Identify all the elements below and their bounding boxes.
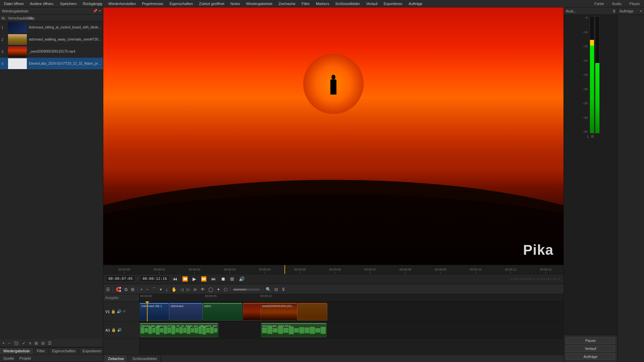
track-audio-icon[interactable]: 🔊 — [117, 309, 121, 314]
menu-zeitachse[interactable]: Zeichache — [276, 1, 298, 6]
media-row[interactable]: 1 Astronaut_sitting_at_control_board_wit… — [0, 21, 103, 34]
video-clip-5[interactable]: seed2009005309120175.mp4 — [260, 303, 297, 320]
tl-eye-btn[interactable]: 👁 — [199, 286, 206, 293]
track-label-v1: V1 🔒 🔊 👁 — [103, 302, 139, 322]
tl-hex-btn[interactable]: ⬡ — [222, 286, 229, 293]
tl-zoom-fill — [233, 289, 247, 291]
goto-start-btn[interactable]: ⏮ — [171, 276, 179, 282]
menu-wiederherstellen[interactable]: Wiederherstellen — [106, 1, 139, 6]
menu-ruckgangig[interactable]: Rückgängig — [80, 1, 105, 6]
ruler-tick-8: 00:00:08 — [388, 268, 423, 274]
audio-clip-1[interactable]: ElevenLabs_2024-03-07T20_22_32_Adam_pre_… — [140, 323, 218, 337]
ltab-exportieren[interactable]: Exportieren — [79, 348, 105, 354]
tl-remove-btn[interactable]: − — [145, 286, 150, 293]
menu-markers[interactable]: Markers — [313, 1, 332, 6]
video-clip-2[interactable]: astronaut — [169, 303, 203, 320]
clip-btn[interactable]: ⬛ — [13, 341, 20, 346]
tab-player[interactable]: Player — [627, 1, 643, 6]
tl-magnet-btn[interactable]: 🧲 — [114, 286, 122, 293]
left-panel: Wiedergabeliste 📌 × Nr. Vorschaubilder C… — [0, 7, 103, 362]
menu-speichern[interactable]: Speichern — [57, 1, 79, 6]
tl-zoom-out-btn[interactable]: 🔍 — [264, 286, 272, 293]
btab-schlusselbilder[interactable]: Schlüsselbilder — [129, 355, 161, 362]
add-media-btn[interactable]: + — [1, 341, 6, 346]
tl-circle-btn[interactable]: ◯ — [207, 286, 215, 293]
left-panel-tabs: Wiedergabeliste Filter Eigenschaften Exp… — [0, 347, 103, 355]
media-row[interactable]: 2 astronaut_walking_away_cinematic_seed4… — [0, 34, 103, 46]
track-icons-v1: 🔒 🔊 👁 — [111, 309, 126, 314]
verlauf-btn[interactable]: Verlauf — [566, 345, 615, 352]
panel-close-btn[interactable]: × — [99, 9, 101, 13]
step-back-btn[interactable]: ⏪ — [181, 276, 189, 282]
detail-btn[interactable]: ⊟ — [40, 341, 46, 346]
tl-menu-btn[interactable]: ☰ — [105, 286, 111, 293]
grid-btn[interactable]: ⊞ — [34, 341, 39, 346]
track-eye-icon[interactable]: 👁 — [122, 309, 126, 314]
menu-notes[interactable]: Notes — [228, 1, 243, 6]
timeline-playhead[interactable] — [147, 302, 148, 321]
tl-dropdown-btn[interactable]: ▾ — [158, 286, 163, 293]
current-time-display[interactable]: 00:00:07:05 — [106, 276, 135, 282]
step-forward-btn[interactable]: ⏩ — [200, 276, 208, 282]
tl-curve-btn[interactable]: ⌒ — [151, 286, 158, 293]
total-time-display: 00:00:12:16 — [140, 276, 169, 282]
tl-insert-btn[interactable]: ⊞ — [129, 286, 136, 293]
track-lock-icon[interactable]: 🔒 — [111, 309, 116, 314]
tl-back-btn[interactable]: ◁ — [179, 286, 185, 293]
tl-zoom-bar[interactable] — [233, 289, 260, 291]
tl-fwd-btn[interactable]: ▷ — [185, 286, 192, 293]
tl-split-btn[interactable]: ⟂ — [164, 286, 169, 293]
panel-pin-btn[interactable]: 📌 — [93, 9, 98, 13]
tl-hand-btn[interactable]: ✋ — [170, 286, 178, 293]
track-a1-lock-icon[interactable]: 🔒 — [111, 328, 116, 332]
menu-filter[interactable]: Filter — [299, 1, 312, 6]
remove-media-btn[interactable]: − — [7, 341, 11, 346]
ltab-eigenschaften[interactable]: Eigenschaften — [49, 348, 79, 354]
video-clip-6[interactable] — [297, 303, 327, 320]
tl-record-btn[interactable]: 🎙 — [280, 286, 287, 293]
stop-btn[interactable]: ⏹ — [219, 276, 227, 282]
audio-clip-2[interactable]: ElevenLabs_2024-03-0 — [261, 323, 327, 337]
menu-zuletzt-geoffnet[interactable]: Zuletzt geöffnet — [196, 1, 227, 6]
ltab-wiedergabeliste[interactable]: Wiedergabeliste — [0, 348, 34, 354]
tl-add-btn[interactable]: + — [139, 286, 144, 293]
grid-view-btn[interactable]: ⊞ — [229, 276, 235, 282]
meter-right — [595, 16, 600, 133]
menu-exportieren[interactable]: Exportieren — [381, 1, 405, 6]
tab-audio[interactable]: Audio — [609, 1, 624, 6]
tl-inpoint-btn[interactable]: ⊳ — [192, 286, 199, 293]
track-a1-audio-icon[interactable]: 🔊 — [117, 328, 122, 332]
media-row-selected[interactable]: 4 ElevenLabs_2024-03-07T20_22_32_Adam_pr… — [0, 58, 103, 70]
play-btn[interactable]: ▶ — [191, 276, 198, 282]
meter-left — [590, 16, 594, 133]
tl-copy-btn[interactable]: ⧉ — [123, 286, 129, 293]
menu-datei-offnen[interactable]: Datei öffnen — [1, 1, 26, 6]
menu-verlauf[interactable]: Verlauf — [363, 1, 380, 6]
sp-tab-projekt[interactable]: Projekt — [18, 356, 32, 361]
list-btn[interactable]: ≡ — [28, 341, 32, 346]
media-row[interactable]: 3 _seed2009005309120175.mp4 — [0, 46, 103, 58]
pause-btn[interactable]: Pause — [566, 337, 615, 344]
menu-auftrage[interactable]: Aufträge — [406, 1, 425, 6]
tl-zoom-fit-btn[interactable]: ⊟ — [273, 286, 279, 293]
menu-wiedergabeliste[interactable]: Wiedergabeliste — [244, 1, 275, 6]
check-btn[interactable]: ✓ — [21, 341, 26, 346]
goto-end-btn[interactable]: ⏭ — [210, 276, 217, 282]
menu-schlusselbilder[interactable]: Schlüsselbilder — [332, 1, 363, 6]
auftrage-close[interactable]: × — [640, 9, 642, 13]
menu-pegelmesser[interactable]: Pegelmesser — [139, 1, 166, 6]
more-btn[interactable]: ☰ — [47, 341, 53, 346]
menu-andere-offnen[interactable]: Andere öffnen, — [27, 1, 57, 6]
tab-farbe[interactable]: Farbe — [592, 1, 607, 6]
volume-btn[interactable]: 🔊 — [237, 276, 246, 282]
sp-tab-quelle[interactable]: Quelle — [2, 356, 15, 361]
tl-star-btn[interactable]: ✦ — [215, 286, 222, 293]
btab-zeitachse[interactable]: Zeitachse — [105, 355, 128, 362]
video-clip-3[interactable]: astro — [203, 303, 242, 320]
menu-eigenschaften[interactable]: Eigenschaften — [167, 1, 196, 6]
ltab-filter[interactable]: Filter — [34, 348, 49, 354]
auftrage-btn[interactable]: Aufträge — [566, 353, 615, 360]
bottom-section: ☰ 🧲 ⧉ ⊞ + − ⌒ ▾ ⟂ ✋ ◁ ▷ ⊳ 👁 ◯ ✦ ⬡ — [103, 285, 564, 362]
video-clip-1[interactable]: Astronaut clip 1 — [140, 303, 169, 320]
ruler-tick-6: 00:00:06 — [318, 268, 353, 274]
